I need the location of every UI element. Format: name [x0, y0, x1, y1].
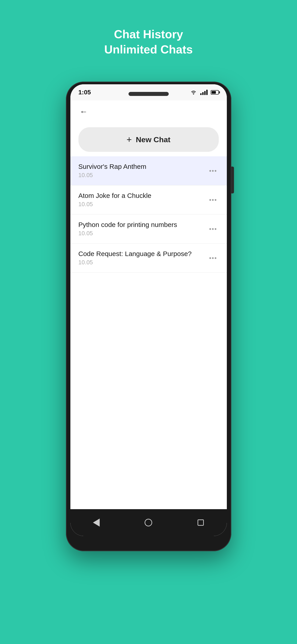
new-chat-section: + New Chat [70, 123, 227, 156]
nav-back-button[interactable] [87, 514, 105, 532]
status-time: 1:05 [78, 89, 91, 96]
wifi-icon [190, 90, 197, 95]
battery-icon [211, 90, 219, 94]
chat-list: Survivor's Rap Anthem 10.05 ••• Atom Jok… [70, 156, 227, 509]
nav-bar [70, 509, 227, 536]
back-arrow-icon: ← [80, 108, 88, 116]
chat-item-menu-3[interactable]: ••• [208, 254, 219, 262]
chat-item-date-2: 10.05 [78, 230, 177, 237]
nav-home-icon [145, 519, 152, 526]
status-icons [190, 90, 219, 95]
new-chat-button[interactable]: + New Chat [78, 127, 219, 152]
plus-icon: + [126, 135, 132, 144]
three-dots-icon-3: ••• [209, 254, 217, 262]
phone-speaker [128, 92, 169, 96]
phone-side-button [231, 166, 234, 194]
chat-item-title-1: Atom Joke for a Chuckle [78, 192, 152, 200]
nav-home-button[interactable] [139, 514, 157, 532]
chat-item-title-0: Survivor's Rap Anthem [78, 163, 146, 170]
phone-shell: 1:05 [66, 82, 231, 551]
app-header: ← [70, 100, 227, 123]
signal-icon [200, 90, 208, 95]
chat-item-date-0: 10.05 [78, 172, 146, 179]
chat-item-date-3: 10.05 [78, 259, 192, 266]
chat-item-menu-1[interactable]: ••• [208, 196, 219, 204]
chat-item-3[interactable]: Code Request: Language & Purpose? 10.05 … [70, 244, 227, 272]
chat-item-0[interactable]: Survivor's Rap Anthem 10.05 ••• [70, 156, 227, 185]
chat-item-title-3: Code Request: Language & Purpose? [78, 250, 192, 258]
app-content: ← + New Chat Survivor's Rap Anthem [70, 100, 227, 509]
nav-recent-icon [198, 520, 204, 526]
chat-item-menu-2[interactable]: ••• [208, 224, 219, 234]
three-dots-icon-1: ••• [209, 196, 217, 204]
svg-point-0 [193, 94, 194, 94]
three-dots-icon-2: ••• [209, 226, 217, 232]
page-title: Chat History Unlimited Chats [104, 27, 193, 57]
chat-item-date-1: 10.05 [78, 201, 152, 208]
chat-item-menu-0[interactable]: ••• [208, 166, 219, 175]
three-dots-icon-0: ••• [209, 167, 217, 174]
chat-item-1[interactable]: Atom Joke for a Chuckle 10.05 ••• [70, 185, 227, 214]
nav-recent-button[interactable] [192, 514, 210, 532]
back-button[interactable]: ← [78, 106, 89, 117]
chat-item-title-2: Python code for printing numbers [78, 221, 177, 228]
nav-back-icon [93, 518, 100, 526]
chat-item-2[interactable]: Python code for printing numbers 10.05 •… [70, 214, 227, 244]
new-chat-label: New Chat [136, 135, 171, 144]
phone-mockup: 1:05 [66, 82, 231, 574]
phone-screen: 1:05 [70, 84, 227, 536]
